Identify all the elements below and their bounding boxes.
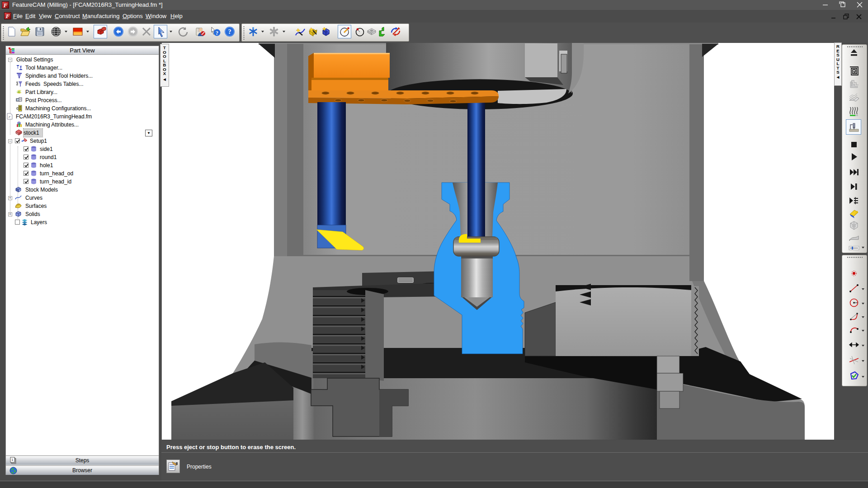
svg-text:1: 1 [11, 458, 14, 462]
svg-text:?: ? [228, 28, 231, 35]
svg-text:?: ? [216, 30, 218, 36]
svg-text:F: F [8, 115, 11, 119]
